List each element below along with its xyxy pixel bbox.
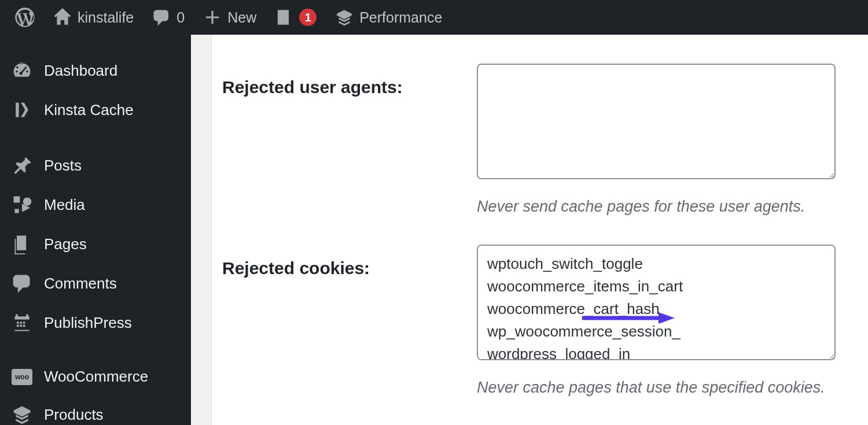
sidebar-item-woocommerce[interactable]: woo WooCommerce [0, 359, 191, 395]
sidebar-item-label: Products [44, 406, 104, 424]
sidebar-item-comments[interactable]: Comments [0, 264, 191, 303]
media-icon [12, 194, 32, 215]
sidebar-item-dashboard[interactable]: Dashboard [0, 51, 191, 90]
comments-button[interactable]: 0 [144, 0, 193, 35]
sidebar-item-label: WooCommerce [44, 368, 148, 386]
sidebar-item-label: Media [44, 196, 85, 214]
sidebar-item-pages[interactable]: Pages [0, 224, 191, 264]
content-area: Rejected user agents: Never send cache p… [191, 35, 868, 425]
products-icon [12, 404, 32, 425]
pages-icon [12, 234, 32, 254]
comment-icon [152, 8, 171, 27]
rejected-cookies-label: Rejected cookies: [222, 245, 477, 425]
new-content-button[interactable]: New [195, 0, 264, 35]
sidebar-item-media[interactable]: Media [0, 185, 191, 224]
site-home-button[interactable]: kinstalife [45, 0, 142, 35]
admin-bar: kinstalife 0 New 1 Performance [0, 0, 868, 35]
home-icon [53, 8, 72, 27]
pin-icon [12, 155, 32, 176]
site-title: kinstalife [78, 9, 134, 26]
sidebar-item-label: Dashboard [44, 62, 117, 80]
yoast-icon [275, 8, 293, 27]
performance-icon [335, 8, 354, 27]
yoast-count-badge: 1 [299, 9, 317, 26]
sidebar-nav: Dashboard Kinsta Cache Posts Media Pages… [0, 35, 191, 425]
sidebar-item-label: Comments [44, 275, 117, 293]
rejected-user-agents-input[interactable] [477, 64, 836, 179]
sidebar-item-products[interactable]: Products [0, 395, 191, 425]
wordpress-icon [15, 8, 35, 27]
yoast-button[interactable]: 1 [267, 0, 325, 35]
sidebar-item-label: Posts [44, 157, 82, 175]
sidebar-item-label: Kinsta Cache [44, 101, 134, 119]
rejected-cookies-description: Never cache pages that use the specified… [477, 379, 845, 397]
sidebar-item-posts[interactable]: Posts [0, 146, 191, 185]
annotation-arrow-icon [582, 311, 675, 325]
comments-count: 0 [176, 9, 185, 26]
sidebar-item-label: Pages [44, 235, 87, 253]
performance-label: Performance [359, 9, 442, 26]
sidebar-item-kinsta-cache[interactable]: Kinsta Cache [0, 90, 191, 130]
svg-marker-1 [659, 312, 675, 324]
calendar-icon [12, 312, 32, 333]
rejected-user-agents-label: Rejected user agents: [222, 64, 477, 245]
dashboard-icon [12, 60, 32, 81]
kinsta-icon [12, 99, 32, 120]
comment-icon [12, 273, 32, 294]
sidebar-item-label: PublishPress [44, 314, 132, 332]
performance-menu-button[interactable]: Performance [327, 0, 450, 35]
sidebar-item-publishpress[interactable]: PublishPress [0, 303, 191, 342]
wp-logo-button[interactable] [7, 0, 43, 35]
new-label: New [227, 9, 256, 26]
woo-icon: woo [12, 369, 32, 385]
rejected-cookies-input[interactable] [477, 245, 836, 360]
plus-icon [203, 8, 222, 27]
rejected-user-agents-description: Never send cache pages for these user ag… [477, 198, 845, 216]
